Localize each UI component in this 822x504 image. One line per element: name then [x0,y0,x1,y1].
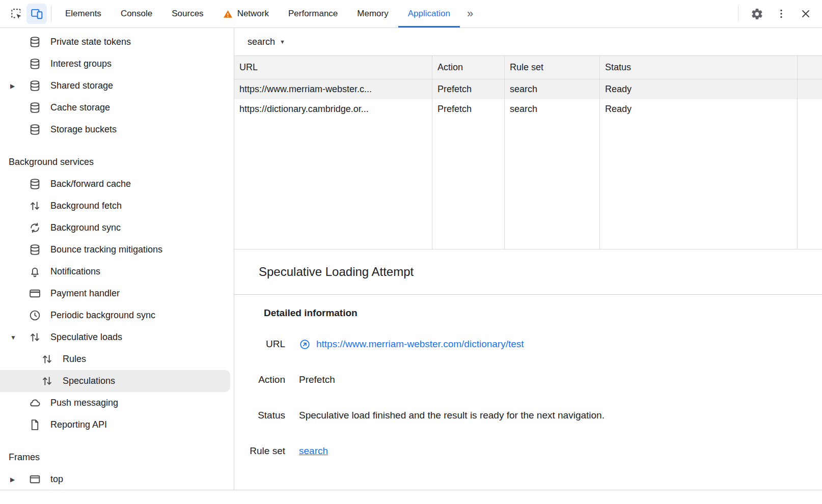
database-icon [29,101,42,114]
cell-status: Ready [600,99,798,119]
sidebar-item-label: Periodic background sync [50,310,155,321]
attempt-details: Detailed information URL https://www.mer… [234,295,822,469]
sidebar-section-background-services: Background services [0,151,234,173]
attempt-status-value: Speculative load finished and the result… [299,410,605,421]
sidebar-item-periodic-background-sync[interactable]: Periodic background sync [0,304,234,326]
cell-url: https://www.merriam-webster.c... [234,79,432,99]
toolbar-divider [738,6,738,22]
sidebar-item-reporting-api[interactable]: Reporting API [0,414,234,436]
sidebar-item-label: Notifications [50,266,100,277]
column-header-filler [798,56,822,79]
sidebar-item-bounce-tracking-mitigations[interactable]: Bounce tracking mitigations [0,239,234,261]
up-down-arrows-icon [41,375,54,387]
cell-action: Prefetch [432,99,505,119]
cell-status: Ready [600,79,798,99]
close-devtools-button[interactable] [796,4,816,24]
expander-collapsed-icon[interactable]: ▶ [10,82,29,90]
tab-network[interactable]: Network [213,0,279,27]
sidebar-item-background-sync[interactable]: Background sync [0,217,234,239]
caret-down-icon: ▼ [280,39,285,45]
sidebar-item-label: Push messaging [50,398,118,408]
attempt-action-value: Prefetch [299,374,335,385]
bell-icon [29,265,42,278]
tab-sources[interactable]: Sources [162,0,213,27]
tab-application[interactable]: Application [398,0,460,27]
document-icon [29,418,42,431]
kebab-menu-icon [775,8,787,20]
ruleset-filter-value: search [248,37,275,47]
close-icon [800,8,812,20]
rule-set-link[interactable]: search [299,445,328,457]
table-row[interactable]: https://www.merriam-webster.c... Prefetc… [234,79,822,99]
sidebar-item-cache-storage[interactable]: Cache storage [0,97,234,119]
cell-url: https://dictionary.cambridge.or... [234,99,432,119]
sidebar-item-storage-buckets[interactable]: Storage buckets [0,119,234,141]
sidebar-item-background-fetch[interactable]: Background fetch [0,195,234,217]
gear-icon [751,8,763,20]
attempt-url-link[interactable]: https://www.merriam-webster.com/dictiona… [316,339,524,350]
column-header-status[interactable]: Status [600,56,798,79]
up-down-arrows-icon [29,200,42,212]
sidebar-item-label: Payment handler [50,288,120,299]
expander-expanded-icon[interactable]: ▼ [10,334,29,341]
reveal-link-icon[interactable] [299,339,311,350]
database-icon [29,178,42,190]
tab-elements[interactable]: Elements [56,0,111,27]
cell-rule-set: search [505,79,600,99]
sidebar-item-back-forward-cache[interactable]: Back/forward cache [0,173,234,195]
attempt-title: Speculative Loading Attempt [259,265,414,279]
sidebar-item-speculations[interactable]: Speculations [0,370,230,392]
sync-icon [29,221,42,234]
sidebar-item-payment-handler[interactable]: Payment handler [0,283,234,304]
toggle-device-toolbar-button[interactable] [26,4,47,24]
up-down-arrows-icon [41,353,54,366]
speculations-table: URL Action Rule set Status https://www.m… [234,55,822,249]
sidebar-item-push-messaging[interactable]: Push messaging [0,392,234,414]
expander-collapsed-icon[interactable]: ▶ [10,476,29,483]
column-header-url[interactable]: URL [234,56,432,79]
settings-button[interactable] [747,4,767,24]
sidebar-item-label: Bounce tracking mitigations [50,244,162,255]
database-icon [29,36,42,48]
detail-label: URL [234,339,285,350]
cloud-icon [29,397,42,409]
sidebar-item-label: Speculations [63,376,115,386]
column-header-action[interactable]: Action [432,56,505,79]
more-tabs-button[interactable]: » [460,0,480,27]
sidebar-item-top-frame[interactable]: ▶ top [0,468,234,490]
menu-button[interactable] [771,4,791,24]
sidebar-item-interest-groups[interactable]: Interest groups [0,53,234,75]
cell-rule-set: search [505,99,600,119]
sidebar-item-label: Speculative loads [50,332,122,343]
bottom-edge-bar [0,490,822,504]
tab-console[interactable]: Console [111,0,162,27]
warning-icon [223,10,233,18]
table-row[interactable]: https://dictionary.cambridge.or... Prefe… [234,99,822,119]
sidebar-item-label: Cache storage [50,102,110,113]
details-heading: Detailed information [264,302,822,324]
tab-memory[interactable]: Memory [347,0,398,27]
sidebar-item-rules[interactable]: Rules [0,348,234,370]
tab-performance[interactable]: Performance [279,0,347,27]
table-empty-area [234,119,822,249]
database-icon [29,58,42,70]
device-toolbar-icon [30,7,43,20]
ruleset-filter-dropdown[interactable]: search ▼ [248,37,285,47]
sidebar-item-label: Reporting API [50,419,107,430]
sidebar-item-private-state-tokens[interactable]: Private state tokens [0,31,234,53]
database-icon [29,79,42,92]
toolbar-left-icons [0,0,56,27]
sidebar-item-label: Storage buckets [50,124,117,135]
column-header-rule-set[interactable]: Rule set [505,56,600,79]
sidebar-section-frames: Frames [0,446,234,468]
sidebar-item-notifications[interactable]: Notifications [0,261,234,283]
inspect-element-button[interactable] [6,4,26,24]
detail-label: Status [234,410,285,421]
table-header-row: URL Action Rule set Status [234,56,822,79]
application-sidebar: Private state tokens Interest groups ▶ S… [0,28,234,490]
attempt-title-bar: Speculative Loading Attempt [234,249,822,295]
sidebar-item-shared-storage[interactable]: ▶ Shared storage [0,75,234,97]
database-icon [29,243,42,256]
sidebar-item-speculative-loads[interactable]: ▼ Speculative loads [0,326,234,348]
sidebar-item-label: Shared storage [50,80,113,91]
